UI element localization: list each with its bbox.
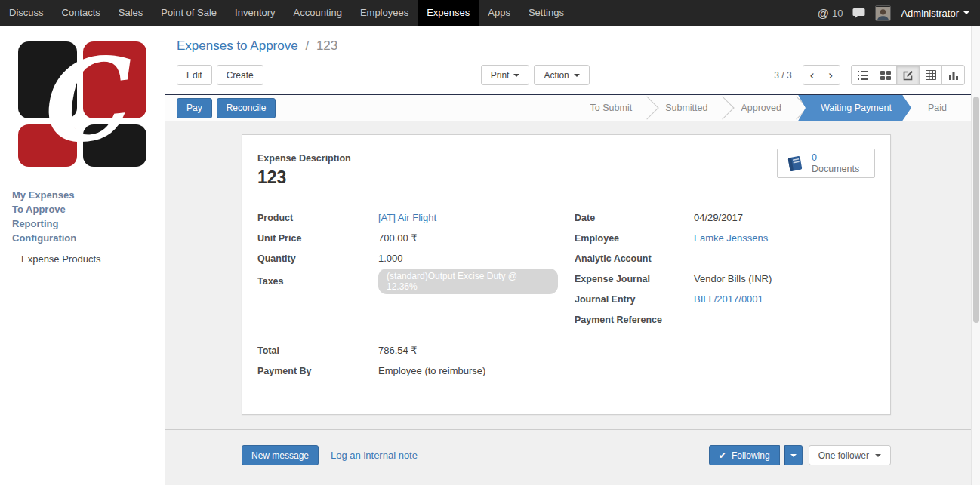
totals-section: Total 786.54 ₹ Payment By Employee (to r… <box>257 340 590 381</box>
edit-button[interactable]: Edit <box>177 65 212 85</box>
view-list-button[interactable] <box>851 65 874 85</box>
breadcrumb-parent[interactable]: Expenses to Approve <box>177 38 298 53</box>
nav-discuss[interactable]: Discuss <box>0 0 53 26</box>
nav-point-of-sale[interactable]: Point of Sale <box>152 0 226 26</box>
product-value[interactable]: [AT] Air Flight <box>378 212 436 224</box>
documents-label: Documents <box>812 164 859 175</box>
action-label: Action <box>544 70 569 81</box>
create-button[interactable]: Create <box>217 65 263 85</box>
mention-count: 10 <box>832 8 843 19</box>
field-expense-journal: Expense Journal Vendor Bills (INR) <box>575 269 875 289</box>
sidebar-item-to-approve[interactable]: To Approve <box>6 202 165 216</box>
view-kanban-button[interactable] <box>874 65 897 85</box>
bar-chart-icon <box>948 70 959 80</box>
analytic-account-label: Analytic Account <box>575 253 694 264</box>
user-menu[interactable]: Administrator <box>901 8 969 19</box>
at-icon <box>818 7 829 20</box>
state-waiting-payment[interactable]: Waiting Payment <box>798 95 911 121</box>
form-right-column: Date 04/29/2017 Employee Famke Jenssens … <box>575 207 875 330</box>
sidebar-item-expense-products[interactable]: Expense Products <box>6 252 165 266</box>
scrollbar-thumb[interactable] <box>973 97 979 323</box>
mention-counter[interactable]: 10 <box>818 7 843 20</box>
log-internal-note-link[interactable]: Log an internal note <box>331 450 418 461</box>
check-icon <box>719 450 726 461</box>
journal-entry-value[interactable]: BILL/2017/0001 <box>694 293 763 305</box>
view-form-button[interactable] <box>896 65 920 85</box>
logo-square-top-left <box>18 41 77 118</box>
payment-by-label: Payment By <box>257 366 378 376</box>
caret-down-icon <box>513 74 519 77</box>
print-dropdown[interactable]: Print <box>481 65 530 85</box>
field-analytic-account: Analytic Account <box>575 248 875 269</box>
view-graph-button[interactable] <box>941 65 965 85</box>
pay-button[interactable]: Pay <box>177 98 212 118</box>
quantity-value: 1.000 <box>378 253 403 265</box>
nav-sales[interactable]: Sales <box>109 0 153 26</box>
view-pivot-button[interactable] <box>919 65 942 85</box>
action-dropdown[interactable]: Action <box>534 65 589 85</box>
employee-label: Employee <box>575 233 694 244</box>
pager-and-views: 3 / 3 <box>774 65 968 85</box>
statusbar: Pay Reconcile To Submit Submitted Approv… <box>165 95 980 121</box>
taxes-label: Taxes <box>257 276 378 287</box>
caret-down-icon <box>875 454 881 457</box>
print-label: Print <box>491 70 510 81</box>
chat-bubble-icon[interactable] <box>852 8 865 19</box>
chevron-left-icon <box>810 69 815 81</box>
field-employee: Employee Famke Jenssens <box>575 228 875 248</box>
vertical-scrollbar <box>971 26 980 485</box>
avatar <box>875 5 891 21</box>
followers-label: One follower <box>818 450 869 461</box>
unit-price-label: Unit Price <box>257 233 378 244</box>
followers-dropdown[interactable]: One follower <box>809 445 891 465</box>
nav-apps[interactable]: Apps <box>479 0 519 26</box>
total-value: 786.54 ₹ <box>378 345 418 357</box>
field-payment-by: Payment By Employee (to reimburse) <box>257 361 590 381</box>
nav-employees[interactable]: Employees <box>351 0 418 26</box>
payment-by-value: Employee (to reimburse) <box>378 365 485 377</box>
sidebar-item-my-expenses[interactable]: My Expenses <box>6 188 165 202</box>
sidebar-item-configuration[interactable]: Configuration <box>6 231 165 245</box>
pager-counter: 3 / 3 <box>774 70 791 81</box>
sheet-title-block: Expense Description 123 <box>257 149 351 188</box>
employee-value[interactable]: Famke Jenssens <box>694 232 768 244</box>
action-button-group: Print Action <box>481 65 590 85</box>
expense-description-label: Expense Description <box>257 153 351 164</box>
pager-next-button[interactable] <box>821 65 840 85</box>
status-pipeline: To Submit Submitted Approved Waiting Pay… <box>574 95 980 121</box>
logo-square-bottom-right <box>83 124 146 167</box>
sidebar-menu: My Expenses To Approve Reporting Configu… <box>0 188 165 266</box>
view-switcher <box>851 65 965 85</box>
journal-entry-label: Journal Entry <box>575 294 694 305</box>
state-approved[interactable]: Approved <box>724 95 798 121</box>
nav-accounting[interactable]: Accounting <box>285 0 351 26</box>
expense-form-sheet: Expense Description 123 <box>242 134 891 415</box>
reconcile-button[interactable]: Reconcile <box>217 98 276 118</box>
pager-previous-button[interactable] <box>803 65 822 85</box>
nav-expenses[interactable]: Expenses <box>418 0 479 26</box>
documents-button[interactable]: 0 Documents <box>777 149 875 178</box>
breadcrumb-separator: / <box>305 38 309 53</box>
nav-settings[interactable]: Settings <box>519 0 573 26</box>
nav-contacts[interactable]: Contacts <box>53 0 109 26</box>
list-icon <box>858 71 868 80</box>
following-button[interactable]: Following <box>709 445 780 465</box>
control-buttons-row: Edit Create Print Action 3 / 3 <box>165 65 980 85</box>
state-to-submit[interactable]: To Submit <box>574 95 649 121</box>
unit-price-value: 700.00 ₹ <box>378 232 418 244</box>
state-submitted[interactable]: Submitted <box>649 95 724 121</box>
nav-inventory[interactable]: Inventory <box>226 0 284 26</box>
field-journal-entry: Journal Entry BILL/2017/0001 <box>575 289 875 309</box>
field-taxes: Taxes (standard)Output Excise Duty @ 12.… <box>257 269 558 294</box>
form-left-column: Product [AT] Air Flight Unit Price 700.0… <box>257 207 558 330</box>
sidebar-item-reporting[interactable]: Reporting <box>6 216 165 231</box>
caret-down-icon <box>963 11 969 14</box>
state-paid[interactable]: Paid <box>911 95 963 121</box>
following-dropdown-toggle[interactable] <box>784 445 803 465</box>
total-label: Total <box>257 345 378 356</box>
caret-down-icon <box>790 454 797 457</box>
control-panel: Expenses to Approve / 123 Edit Create Pr… <box>165 26 980 95</box>
logo-square-top-right <box>83 41 146 118</box>
new-message-button[interactable]: New message <box>242 445 319 465</box>
field-total: Total 786.54 ₹ <box>257 340 590 361</box>
